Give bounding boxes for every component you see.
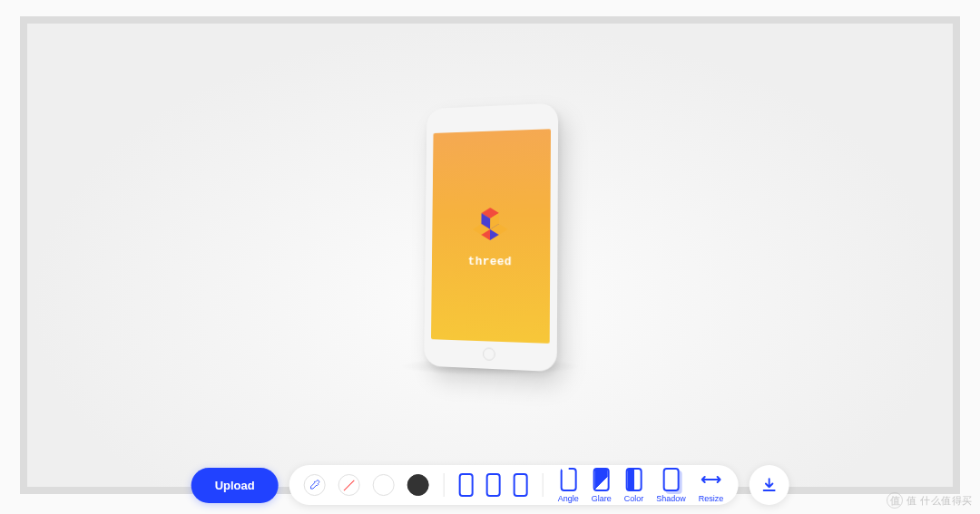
tool-resize-label: Resize: [699, 494, 724, 503]
watermark-text: 值 什么值得买: [906, 494, 973, 508]
dark-swatch[interactable]: [407, 474, 429, 496]
tool-color-label: Color: [624, 494, 644, 503]
tool-glare[interactable]: Glare: [592, 468, 612, 503]
tool-glare-label: Glare: [592, 494, 612, 503]
canvas-frame: threed: [20, 16, 960, 494]
upload-button[interactable]: Upload: [191, 468, 279, 503]
tool-angle-label: Angle: [558, 494, 579, 503]
resize-icon: [701, 468, 721, 491]
tool-color[interactable]: Color: [624, 468, 644, 503]
device-option-1[interactable]: [459, 473, 474, 497]
threed-logo-icon: [469, 203, 512, 247]
no-color-swatch[interactable]: [338, 474, 360, 496]
download-icon: [760, 477, 777, 493]
watermark: 值 值 什么值得买: [887, 492, 973, 509]
device-option-2[interactable]: [486, 473, 501, 497]
eyedropper-button[interactable]: [304, 474, 326, 496]
tool-shadow[interactable]: Shadow: [656, 468, 686, 503]
phone-mockup[interactable]: threed: [424, 103, 558, 373]
separator: [444, 473, 445, 497]
tool-pill-main: Angle Glare Color Shadow Resize: [289, 465, 739, 505]
home-button-icon: [483, 347, 495, 361]
phone-screen: threed: [431, 129, 551, 344]
tool-resize[interactable]: Resize: [699, 468, 724, 503]
bottom-toolbar: Upload Angle Glare Color Shadow: [191, 465, 789, 505]
watermark-logo-icon: 值: [887, 492, 903, 509]
tool-shadow-label: Shadow: [656, 494, 686, 503]
color-icon: [626, 468, 642, 491]
brand-text: threed: [468, 254, 513, 267]
separator: [543, 473, 544, 497]
glare-icon: [593, 468, 610, 491]
angle-icon: [560, 468, 576, 491]
tool-angle[interactable]: Angle: [558, 468, 579, 503]
eyedropper-icon: [309, 479, 321, 491]
phone-body: threed: [424, 103, 558, 373]
white-swatch[interactable]: [373, 474, 395, 496]
download-button[interactable]: [749, 465, 789, 505]
device-option-3[interactable]: [514, 473, 528, 497]
shadow-icon: [663, 468, 680, 491]
